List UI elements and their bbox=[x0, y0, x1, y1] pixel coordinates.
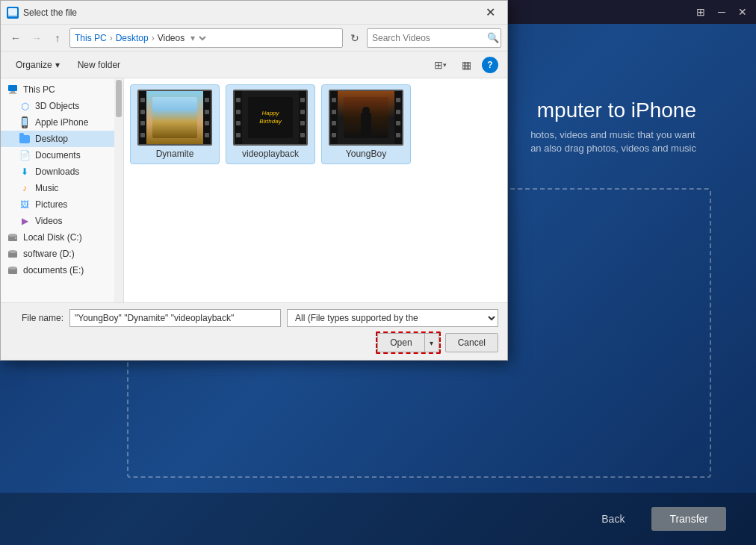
sidebar-label-3dobjects: 3D Objects bbox=[35, 101, 79, 111]
sidebar-label-localdisk: Local Disk (C:) bbox=[23, 232, 82, 243]
file-thumbnail-videoplayback: HappyBirthday bbox=[233, 90, 308, 146]
svg-rect-0 bbox=[8, 8, 17, 15]
sidebar-item-pictures[interactable]: 🖼 Pictures bbox=[1, 196, 123, 213]
file-name-youngboy: YoungBoy bbox=[346, 149, 386, 159]
view-icon: ⊞ bbox=[434, 59, 443, 71]
sidebar-label-appleiphone: Apple iPhone bbox=[35, 117, 88, 128]
open-button[interactable]: Open bbox=[377, 333, 424, 352]
iphone-icon bbox=[19, 116, 31, 128]
file-name-videoplayback: videoplayback bbox=[242, 149, 299, 159]
svg-rect-6 bbox=[22, 118, 27, 125]
svg-rect-4 bbox=[9, 93, 16, 94]
downloads-icon: ⬇ bbox=[19, 166, 31, 178]
svg-rect-3 bbox=[10, 91, 15, 93]
sidebar-item-appleiphone[interactable]: Apple iPhone bbox=[1, 114, 123, 131]
organize-button[interactable]: Organize ▾ bbox=[10, 57, 66, 73]
3d-objects-icon: ⬡ bbox=[19, 100, 31, 112]
desktop-folder-icon bbox=[19, 133, 31, 145]
sidebar-label-downloads: Downloads bbox=[35, 166, 79, 177]
search-input[interactable] bbox=[372, 33, 484, 43]
dialog-title-icon bbox=[7, 7, 19, 19]
sidebar-item-thispc[interactable]: This PC bbox=[1, 81, 123, 98]
dialog-footer: File name: All (File types supported by … bbox=[1, 302, 507, 360]
open-button-group: Open ▾ bbox=[376, 331, 440, 354]
svg-rect-1 bbox=[8, 15, 17, 16]
breadcrumb: This PC › Desktop › Videos bbox=[75, 33, 185, 43]
sidebar-item-downloads[interactable]: ⬇ Downloads bbox=[1, 164, 123, 180]
app-close-icon[interactable]: ✕ bbox=[735, 4, 750, 19]
address-bar[interactable]: This PC › Desktop › Videos ▾ bbox=[69, 28, 343, 48]
sidebar-item-documents[interactable]: 📄 Documents bbox=[1, 147, 123, 164]
sidebar-item-music[interactable]: ♪ Music bbox=[1, 180, 123, 196]
search-box[interactable]: 🔍 bbox=[367, 28, 501, 48]
pictures-icon: 🖼 bbox=[19, 199, 31, 211]
cancel-button[interactable]: Cancel bbox=[445, 333, 498, 352]
sidebar-label-documents-e: documents (E:) bbox=[23, 265, 84, 275]
dialog-content: Dynamite HappyBirthday bbox=[124, 78, 507, 302]
documents-disk-icon bbox=[7, 264, 19, 276]
sidebar-label-pictures: Pictures bbox=[35, 199, 67, 210]
pane-button[interactable]: ▦ bbox=[456, 55, 476, 75]
dialog-title-text: Select the file bbox=[23, 7, 473, 18]
view-dropdown-icon: ▾ bbox=[443, 61, 447, 69]
nav-up-button[interactable]: ↑ bbox=[49, 29, 66, 47]
svg-point-10 bbox=[15, 237, 16, 239]
transfer-button[interactable]: Transfer bbox=[651, 507, 726, 531]
dialog-navbar: ← → ↑ This PC › Desktop › Videos ▾ ↻ 🔍 bbox=[1, 25, 507, 52]
filetype-select[interactable]: All (File types supported by the bbox=[287, 309, 498, 327]
refresh-button[interactable]: ↻ bbox=[346, 29, 364, 47]
open-dropdown-icon: ▾ bbox=[430, 339, 433, 347]
documents-icon: 📄 bbox=[19, 149, 31, 161]
sidebar-label-thispc: This PC bbox=[23, 84, 55, 95]
sidebar-label-documents: Documents bbox=[35, 150, 81, 161]
computer-icon bbox=[7, 84, 19, 96]
sidebar-item-3dobjects[interactable]: ⬡ 3D Objects bbox=[1, 98, 123, 114]
grid-icon[interactable]: ⊞ bbox=[693, 4, 708, 19]
sidebar-label-desktop: Desktop bbox=[35, 134, 68, 144]
filename-row: File name: All (File types supported by … bbox=[10, 309, 498, 327]
pane-icon: ▦ bbox=[462, 59, 471, 71]
sidebar-item-software[interactable]: software (D:) bbox=[1, 246, 123, 262]
sidebar-item-videos[interactable]: ▶ Videos bbox=[1, 213, 123, 229]
localdisk-icon bbox=[7, 231, 19, 243]
app-main-title: mputer to iPhone bbox=[537, 99, 696, 122]
dialog-sidebar: This PC ⬡ 3D Objects Apple iPhone bbox=[1, 78, 124, 302]
address-dropdown[interactable]: ▾ bbox=[186, 32, 208, 44]
organize-dropdown-icon: ▾ bbox=[55, 60, 60, 70]
bottom-bar: Back Transfer bbox=[0, 493, 756, 545]
file-item-youngboy[interactable]: YoungBoy bbox=[321, 84, 411, 164]
breadcrumb-desktop[interactable]: Desktop bbox=[116, 33, 149, 43]
file-item-dynamite[interactable]: Dynamite bbox=[130, 84, 220, 164]
file-thumbnail-dynamite bbox=[137, 90, 212, 146]
dialog-body: This PC ⬡ 3D Objects Apple iPhone bbox=[1, 78, 507, 302]
sidebar-label-software: software (D:) bbox=[23, 249, 75, 259]
svg-point-12 bbox=[8, 250, 17, 253]
nav-back-button[interactable]: ← bbox=[7, 29, 25, 47]
breadcrumb-videos[interactable]: Videos bbox=[158, 33, 185, 43]
music-icon: ♪ bbox=[19, 182, 31, 194]
file-thumbnail-youngboy bbox=[329, 90, 403, 146]
file-item-videoplayback[interactable]: HappyBirthday videoplayback bbox=[226, 84, 315, 164]
app-subtitle: hotos, videos and music that you want an… bbox=[530, 128, 696, 155]
videos-icon: ▶ bbox=[19, 215, 31, 227]
view-button[interactable]: ⊞ ▾ bbox=[430, 55, 450, 75]
new-folder-button[interactable]: New folder bbox=[72, 57, 126, 73]
sidebar-item-documents-e[interactable]: documents (E:) bbox=[1, 262, 123, 278]
svg-point-9 bbox=[8, 234, 17, 237]
dialog-close-button[interactable]: ✕ bbox=[473, 1, 507, 25]
svg-point-14 bbox=[8, 267, 17, 270]
sidebar-label-videos: Videos bbox=[35, 216, 62, 226]
file-dialog: Select the file ✕ ← → ↑ This PC › Deskto… bbox=[0, 0, 508, 361]
file-name-dynamite: Dynamite bbox=[156, 149, 194, 159]
back-button[interactable]: Back bbox=[586, 507, 639, 531]
nav-forward-button[interactable]: → bbox=[28, 29, 46, 47]
sidebar-item-localdisk[interactable]: Local Disk (C:) bbox=[1, 229, 123, 246]
svg-point-7 bbox=[24, 126, 25, 128]
help-button[interactable]: ? bbox=[482, 57, 498, 73]
sidebar-item-desktop[interactable]: Desktop bbox=[1, 131, 123, 147]
minimize-icon[interactable]: ─ bbox=[714, 4, 729, 19]
filename-input[interactable] bbox=[69, 309, 281, 327]
breadcrumb-thispc[interactable]: This PC bbox=[75, 33, 107, 43]
open-dropdown-button[interactable]: ▾ bbox=[424, 333, 439, 352]
filename-label: File name: bbox=[10, 313, 69, 323]
